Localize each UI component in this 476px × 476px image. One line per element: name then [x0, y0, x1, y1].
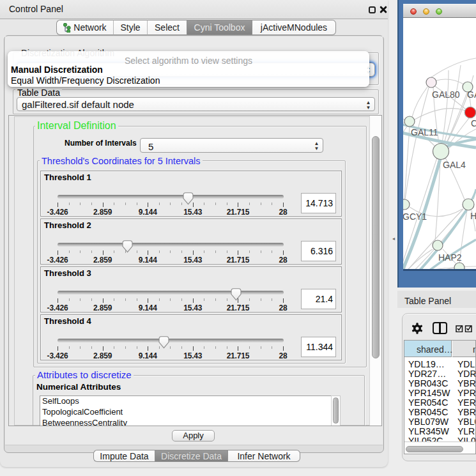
svg-text:H: H — [470, 211, 476, 221]
svg-text:GA: GA — [467, 89, 476, 100]
svg-text:HAP2: HAP2 — [438, 252, 462, 263]
svg-text:GAL80: GAL80 — [432, 89, 460, 100]
svg-text:GAL11: GAL11 — [411, 127, 438, 137]
svg-text:GAL4: GAL4 — [443, 160, 466, 170]
svg-text:C: C — [471, 118, 476, 128]
svg-text:GCY1: GCY1 — [403, 211, 427, 222]
